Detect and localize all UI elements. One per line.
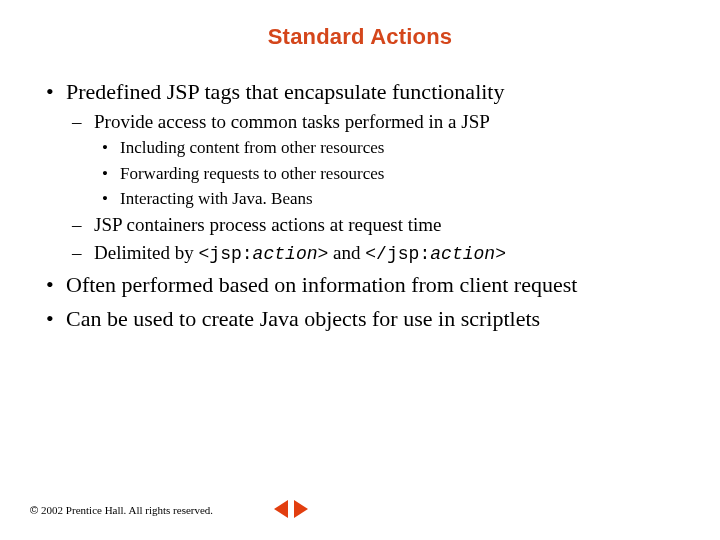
bullet-item: Forwarding requests to other resources: [94, 163, 680, 184]
copyright-icon: ©: [30, 504, 38, 516]
bullet-list: Predefined JSP tags that encapsulate fun…: [40, 78, 680, 332]
bullet-item: Predefined JSP tags that encapsulate fun…: [40, 78, 680, 265]
bullet-text: Including content from other resources: [120, 138, 384, 157]
bullet-item: Provide access to common tasks performed…: [66, 110, 680, 210]
code-text: <jsp:: [198, 244, 252, 264]
bullet-sublist: Provide access to common tasks performed…: [66, 110, 680, 266]
bullet-text: Provide access to common tasks performed…: [94, 111, 490, 132]
bullet-text: Can be used to create Java objects for u…: [66, 306, 540, 331]
prev-icon[interactable]: [274, 500, 288, 518]
code-text: action: [253, 244, 318, 264]
bullet-text: JSP containers process actions at reques…: [94, 214, 442, 235]
code-text: action: [430, 244, 495, 264]
bullet-text: Forwarding requests to other resources: [120, 164, 384, 183]
bullet-item: Delimited by <jsp:action> and </jsp:acti…: [66, 241, 680, 266]
next-icon[interactable]: [294, 500, 308, 518]
bullet-item: Can be used to create Java objects for u…: [40, 305, 680, 333]
code-text: </jsp:: [365, 244, 430, 264]
bullet-text: and: [328, 242, 365, 263]
bullet-text: Predefined JSP tags that encapsulate fun…: [66, 79, 504, 104]
bullet-item: Often performed based on information fro…: [40, 271, 680, 299]
footer: © 2002 Prentice Hall. All rights reserve…: [30, 498, 690, 522]
slide: Standard Actions Predefined JSP tags tha…: [0, 0, 720, 540]
bullet-sublist: Including content from other resources F…: [94, 137, 680, 209]
bullet-item: Interacting with Java. Beans: [94, 188, 680, 209]
slide-title: Standard Actions: [40, 24, 680, 50]
bullet-text: Interacting with Java. Beans: [120, 189, 313, 208]
copyright-text: 2002 Prentice Hall. All rights reserved.: [41, 504, 213, 516]
code-text: >: [495, 244, 506, 264]
bullet-text: Delimited by: [94, 242, 198, 263]
bullet-item: Including content from other resources: [94, 137, 680, 158]
bullet-item: JSP containers process actions at reques…: [66, 213, 680, 237]
code-text: >: [318, 244, 329, 264]
bullet-text: Often performed based on information fro…: [66, 272, 577, 297]
nav-controls: [274, 500, 308, 518]
